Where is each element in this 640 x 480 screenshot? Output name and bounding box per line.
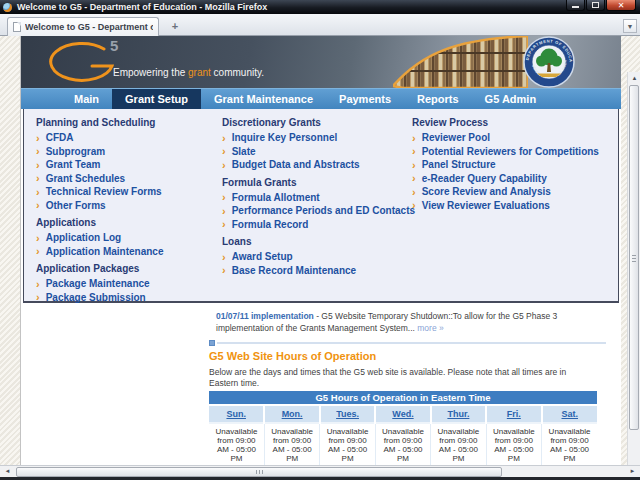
minimize-icon: [572, 6, 579, 8]
menu-column: Planning and Scheduling›CFDA›Subprogram›…: [36, 117, 163, 304]
menu-link-performance-periods-and-ed-contacts[interactable]: ›Performance Periods and ED Contacts: [222, 204, 415, 218]
grant-setup-menu-panel: Planning and Scheduling›CFDA›Subprogram›…: [23, 109, 619, 303]
menu-link-package-maintenance[interactable]: ›Package Maintenance: [36, 277, 163, 291]
menu-link-panel-structure[interactable]: ›Panel Structure: [412, 158, 599, 172]
menu-link-potential-reviewers-for-competitions[interactable]: ›Potential Reviewers for Competitions: [412, 145, 599, 159]
menu-link-e-reader-query-capability[interactable]: ›e-Reader Query Capability: [412, 172, 599, 186]
nav-item-payments[interactable]: Payments: [326, 89, 404, 109]
day-header-thur[interactable]: Thur.: [431, 405, 486, 423]
chevron-right-icon: ›: [222, 132, 226, 144]
nav-item-main[interactable]: Main: [61, 89, 112, 109]
nav-item-grant-setup[interactable]: Grant Setup: [112, 89, 201, 109]
menu-link-label: e-Reader Query Capability: [422, 173, 547, 184]
menu-link-other-forms[interactable]: ›Other Forms: [36, 199, 163, 213]
menu-link-grant-schedules[interactable]: ›Grant Schedules: [36, 172, 163, 186]
chevron-right-icon: ›: [412, 132, 416, 144]
menu-column: Review Process›Reviewer Pool›Potential R…: [412, 117, 599, 212]
dept-of-education-seal-icon: DEPARTMENT OF EDUCATION UNITED STATES OF…: [523, 36, 575, 88]
chevron-right-icon: ›: [36, 199, 40, 211]
nav-item-grant-maintenance[interactable]: Grant Maintenance: [201, 89, 326, 109]
menu-link-budget-data-and-abstracts[interactable]: ›Budget Data and Abstracts: [222, 158, 415, 172]
day-header-wed[interactable]: Wed.: [375, 405, 430, 423]
menu-heading-discretionary-grants: Discretionary Grants: [222, 117, 415, 128]
menu-link-grant-team[interactable]: ›Grant Team: [36, 158, 163, 172]
hours-table-title: G5 Hours of Operation in Eastern Time: [209, 391, 597, 405]
day-header-sat[interactable]: Sat.: [542, 405, 597, 423]
vertical-scrollbar-thumb[interactable]: [629, 85, 639, 430]
new-tab-button[interactable]: +: [165, 20, 185, 33]
close-icon: ✕: [618, 1, 625, 10]
firefox-window: Welcome to G5 - Department of Education …: [0, 0, 640, 480]
horizontal-scrollbar-thumb[interactable]: [16, 467, 502, 477]
tab-bar: Welcome to G5 - Department of Edu... + ▼: [0, 14, 640, 36]
window-controls: ✕: [565, 0, 636, 11]
menu-link-technical-review-forms[interactable]: ›Technical Review Forms: [36, 185, 163, 199]
menu-link-base-record-maintenance[interactable]: ›Base Record Maintenance: [222, 264, 415, 278]
scroll-up-icon[interactable]: ▲: [628, 72, 640, 84]
menu-link-reviewer-pool[interactable]: ›Reviewer Pool: [412, 131, 599, 145]
day-header-mon[interactable]: Mon.: [264, 405, 319, 423]
firefox-icon: [3, 3, 12, 12]
maximize-button[interactable]: [586, 0, 605, 11]
chevron-right-icon: ›: [222, 159, 226, 171]
menu-link-label: Grant Schedules: [46, 173, 125, 184]
logo-number: 5: [110, 37, 118, 54]
menu-link-cfda[interactable]: ›CFDA: [36, 131, 163, 145]
maximize-icon: [592, 2, 599, 8]
day-header-fri[interactable]: Fri.: [486, 405, 541, 423]
menu-link-label: Base Record Maintenance: [232, 265, 357, 276]
menu-link-label: Award Setup: [232, 251, 293, 262]
menu-link-formula-allotment[interactable]: ›Formula Allotment: [222, 191, 415, 205]
day-header-tues[interactable]: Tues.: [320, 405, 375, 423]
chevron-right-icon: ›: [412, 145, 416, 157]
menu-link-package-submission[interactable]: ›Package Submission: [36, 291, 163, 305]
menu-link-application-maintenance[interactable]: ›Application Maintenance: [36, 245, 163, 259]
chevron-right-icon: ›: [36, 232, 40, 244]
day-header-sun[interactable]: Sun.: [209, 405, 264, 423]
g5-logo-icon: [48, 41, 118, 85]
menu-link-inquire-key-personnel[interactable]: ›Inquire Key Personnel: [222, 131, 415, 145]
close-button[interactable]: ✕: [606, 0, 636, 11]
menu-link-subprogram[interactable]: ›Subprogram: [36, 145, 163, 159]
menu-link-label: Technical Review Forms: [46, 186, 162, 197]
menu-link-label: Budget Data and Abstracts: [232, 159, 360, 170]
chevron-right-icon: ›: [222, 205, 226, 217]
bookshelf-swoosh-image: [393, 36, 528, 88]
chevron-right-icon: ›: [412, 186, 416, 198]
menu-link-application-log[interactable]: ›Application Log: [36, 231, 163, 245]
more-link[interactable]: more »: [417, 323, 443, 333]
scrollbar-grip: [632, 258, 636, 259]
page-content: 01/07/11 implementation - G5 Website Tem…: [21, 303, 621, 465]
vertical-scrollbar[interactable]: ▲ ▼: [627, 72, 640, 480]
menu-link-award-setup[interactable]: ›Award Setup: [222, 250, 415, 264]
menu-heading-application-packages: Application Packages: [36, 263, 163, 274]
menu-link-formula-record[interactable]: ›Formula Record: [222, 218, 415, 232]
nav-item-g5-admin[interactable]: G5 Admin: [472, 89, 550, 109]
tagline: Empowering the grant community.: [113, 67, 264, 78]
chevron-right-icon: ›: [412, 159, 416, 171]
horizontal-scrollbar[interactable]: ◄ ►: [0, 465, 640, 477]
minimize-button[interactable]: [566, 0, 585, 11]
chevron-right-icon: ›: [412, 172, 416, 184]
nav-item-reports[interactable]: Reports: [404, 89, 472, 109]
menu-link-label: Grant Team: [46, 159, 101, 170]
menu-link-label: Performance Periods and ED Contacts: [232, 205, 415, 216]
menu-link-label: Application Maintenance: [46, 246, 164, 257]
menu-heading-review-process: Review Process: [412, 117, 599, 128]
hours-cell: Unavailable from 09:00 AM - 05:00 PM: [320, 423, 375, 466]
menu-link-view-reviewer-evaluations[interactable]: ›View Reviewer Evaluations: [412, 199, 599, 213]
menu-link-score-review-and-analysis[interactable]: ›Score Review and Analysis: [412, 185, 599, 199]
tab-list-dropdown-icon[interactable]: ▼: [623, 19, 637, 33]
chevron-right-icon: ›: [412, 199, 416, 211]
news-item: 01/07/11 implementation - G5 Website Tem…: [216, 310, 608, 334]
menu-link-label: Formula Record: [232, 219, 309, 230]
hours-cell: Unavailable from 09:00 AM - 05:00 PM: [431, 423, 486, 466]
menu-link-slate[interactable]: ›Slate: [222, 145, 415, 159]
hours-table: G5 Hours of Operation in Eastern Time Su…: [209, 391, 597, 466]
hours-cell: Unavailable from 09:00 AM - 05:00 PM: [375, 423, 430, 466]
browser-tab[interactable]: Welcome to G5 - Department of Edu...: [7, 17, 159, 36]
news-date-link[interactable]: 01/07/11 implementation: [216, 311, 314, 321]
page-icon: [13, 22, 21, 32]
menu-link-label: View Reviewer Evaluations: [422, 200, 550, 211]
chevron-right-icon: ›: [222, 191, 226, 203]
